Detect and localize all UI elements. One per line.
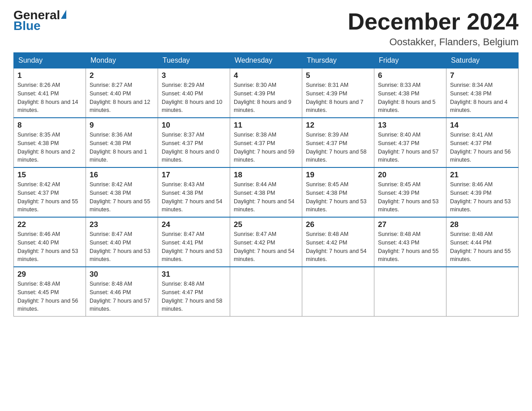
day-number: 14 (450, 121, 515, 130)
day-info: Sunrise: 8:30 AMSunset: 4:39 PMDaylight:… (234, 81, 298, 115)
day-number: 28 (450, 220, 515, 229)
day-number: 8 (17, 121, 82, 130)
calendar-cell: 15 Sunrise: 8:42 AMSunset: 4:37 PMDaylig… (14, 167, 86, 217)
day-info: Sunrise: 8:43 AMSunset: 4:38 PMDaylight:… (162, 180, 226, 214)
day-number: 15 (17, 171, 82, 180)
calendar-table: SundayMondayTuesdayWednesdayThursdayFrid… (13, 52, 519, 317)
day-info: Sunrise: 8:48 AMSunset: 4:46 PMDaylight:… (90, 280, 154, 313)
day-info: Sunrise: 8:42 AMSunset: 4:38 PMDaylight:… (90, 180, 154, 214)
page-title: December 2024 (348, 9, 519, 34)
day-info: Sunrise: 8:29 AMSunset: 4:40 PMDaylight:… (162, 81, 226, 115)
calendar-cell: 6 Sunrise: 8:33 AMSunset: 4:38 PMDayligh… (374, 68, 446, 118)
calendar-cell: 18 Sunrise: 8:44 AMSunset: 4:38 PMDaylig… (230, 167, 302, 217)
day-number: 7 (450, 71, 515, 80)
calendar-week-row: 15 Sunrise: 8:42 AMSunset: 4:37 PMDaylig… (14, 167, 519, 217)
day-info: Sunrise: 8:48 AMSunset: 4:42 PMDaylight:… (306, 230, 370, 264)
day-number: 3 (162, 71, 226, 80)
day-info: Sunrise: 8:48 AMSunset: 4:47 PMDaylight:… (162, 280, 226, 313)
day-info: Sunrise: 8:27 AMSunset: 4:40 PMDaylight:… (90, 81, 154, 115)
calendar-cell: 3 Sunrise: 8:29 AMSunset: 4:40 PMDayligh… (158, 68, 230, 118)
calendar-cell (302, 267, 374, 317)
calendar-cell: 27 Sunrise: 8:48 AMSunset: 4:43 PMDaylig… (374, 217, 446, 267)
calendar-cell (230, 267, 302, 317)
calendar-header-row: SundayMondayTuesdayWednesdayThursdayFrid… (14, 53, 519, 68)
calendar-cell: 7 Sunrise: 8:34 AMSunset: 4:38 PMDayligh… (446, 68, 519, 118)
logo-triangle-icon (61, 10, 66, 19)
day-number: 24 (162, 220, 226, 229)
day-info: Sunrise: 8:31 AMSunset: 4:39 PMDaylight:… (306, 81, 370, 115)
calendar-cell: 10 Sunrise: 8:37 AMSunset: 4:37 PMDaylig… (158, 118, 230, 167)
day-info: Sunrise: 8:48 AMSunset: 4:44 PMDaylight:… (450, 230, 515, 264)
calendar-cell: 17 Sunrise: 8:43 AMSunset: 4:38 PMDaylig… (158, 167, 230, 217)
calendar-cell: 16 Sunrise: 8:42 AMSunset: 4:38 PMDaylig… (86, 167, 158, 217)
day-info: Sunrise: 8:26 AMSunset: 4:41 PMDaylight:… (17, 81, 82, 115)
calendar-cell (374, 267, 446, 317)
day-number: 20 (378, 171, 442, 180)
calendar-week-row: 8 Sunrise: 8:35 AMSunset: 4:38 PMDayligh… (14, 118, 519, 167)
calendar-cell: 21 Sunrise: 8:46 AMSunset: 4:39 PMDaylig… (446, 167, 519, 217)
day-number: 6 (378, 71, 442, 80)
day-number: 21 (450, 171, 515, 180)
col-header-saturday: Saturday (446, 53, 519, 68)
calendar-cell: 8 Sunrise: 8:35 AMSunset: 4:38 PMDayligh… (14, 118, 86, 167)
day-info: Sunrise: 8:41 AMSunset: 4:37 PMDaylight:… (450, 131, 515, 164)
day-number: 22 (17, 220, 82, 229)
calendar-cell: 22 Sunrise: 8:46 AMSunset: 4:40 PMDaylig… (14, 217, 86, 267)
calendar-cell: 19 Sunrise: 8:45 AMSunset: 4:38 PMDaylig… (302, 167, 374, 217)
calendar-cell: 11 Sunrise: 8:38 AMSunset: 4:37 PMDaylig… (230, 118, 302, 167)
day-number: 1 (17, 71, 82, 80)
day-info: Sunrise: 8:38 AMSunset: 4:37 PMDaylight:… (234, 131, 298, 164)
day-info: Sunrise: 8:44 AMSunset: 4:38 PMDaylight:… (234, 180, 298, 214)
calendar-cell: 5 Sunrise: 8:31 AMSunset: 4:39 PMDayligh… (302, 68, 374, 118)
logo: General Blue (13, 9, 66, 32)
col-header-sunday: Sunday (14, 53, 86, 68)
day-number: 16 (90, 171, 154, 180)
calendar-cell: 25 Sunrise: 8:47 AMSunset: 4:42 PMDaylig… (230, 217, 302, 267)
day-info: Sunrise: 8:46 AMSunset: 4:39 PMDaylight:… (450, 180, 515, 214)
col-header-wednesday: Wednesday (230, 53, 302, 68)
day-number: 13 (378, 121, 442, 130)
calendar-cell: 20 Sunrise: 8:45 AMSunset: 4:39 PMDaylig… (374, 167, 446, 217)
day-number: 2 (90, 71, 154, 80)
day-info: Sunrise: 8:48 AMSunset: 4:45 PMDaylight:… (17, 280, 82, 313)
col-header-thursday: Thursday (302, 53, 374, 68)
calendar-week-row: 22 Sunrise: 8:46 AMSunset: 4:40 PMDaylig… (14, 217, 519, 267)
day-info: Sunrise: 8:48 AMSunset: 4:43 PMDaylight:… (378, 230, 442, 264)
calendar-cell: 31 Sunrise: 8:48 AMSunset: 4:47 PMDaylig… (158, 267, 230, 317)
calendar-cell: 9 Sunrise: 8:36 AMSunset: 4:38 PMDayligh… (86, 118, 158, 167)
day-number: 9 (90, 121, 154, 130)
day-number: 10 (162, 121, 226, 130)
calendar-cell (446, 267, 519, 317)
day-info: Sunrise: 8:45 AMSunset: 4:38 PMDaylight:… (306, 180, 370, 214)
day-info: Sunrise: 8:47 AMSunset: 4:42 PMDaylight:… (234, 230, 298, 264)
day-info: Sunrise: 8:37 AMSunset: 4:37 PMDaylight:… (162, 131, 226, 164)
day-info: Sunrise: 8:42 AMSunset: 4:37 PMDaylight:… (17, 180, 82, 214)
day-number: 26 (306, 220, 370, 229)
col-header-tuesday: Tuesday (158, 53, 230, 68)
page-subtitle: Oostakker, Flanders, Belgium (348, 36, 519, 48)
calendar-cell: 26 Sunrise: 8:48 AMSunset: 4:42 PMDaylig… (302, 217, 374, 267)
calendar-cell: 24 Sunrise: 8:47 AMSunset: 4:41 PMDaylig… (158, 217, 230, 267)
calendar-cell: 12 Sunrise: 8:39 AMSunset: 4:37 PMDaylig… (302, 118, 374, 167)
calendar-cell: 4 Sunrise: 8:30 AMSunset: 4:39 PMDayligh… (230, 68, 302, 118)
day-number: 31 (162, 270, 226, 279)
calendar-cell: 13 Sunrise: 8:40 AMSunset: 4:37 PMDaylig… (374, 118, 446, 167)
calendar-cell: 28 Sunrise: 8:48 AMSunset: 4:44 PMDaylig… (446, 217, 519, 267)
day-number: 30 (90, 270, 154, 279)
calendar-cell: 2 Sunrise: 8:27 AMSunset: 4:40 PMDayligh… (86, 68, 158, 118)
day-info: Sunrise: 8:40 AMSunset: 4:37 PMDaylight:… (378, 131, 442, 164)
col-header-monday: Monday (86, 53, 158, 68)
day-info: Sunrise: 8:33 AMSunset: 4:38 PMDaylight:… (378, 81, 442, 115)
calendar-week-row: 29 Sunrise: 8:48 AMSunset: 4:45 PMDaylig… (14, 267, 519, 317)
col-header-friday: Friday (374, 53, 446, 68)
day-number: 12 (306, 121, 370, 130)
calendar-cell: 1 Sunrise: 8:26 AMSunset: 4:41 PMDayligh… (14, 68, 86, 118)
day-info: Sunrise: 8:35 AMSunset: 4:38 PMDaylight:… (17, 131, 82, 164)
calendar-week-row: 1 Sunrise: 8:26 AMSunset: 4:41 PMDayligh… (14, 68, 519, 118)
day-number: 4 (234, 71, 298, 80)
logo-blue-text: Blue (13, 20, 41, 32)
day-number: 18 (234, 171, 298, 180)
day-number: 19 (306, 171, 370, 180)
calendar-cell: 23 Sunrise: 8:47 AMSunset: 4:40 PMDaylig… (86, 217, 158, 267)
day-info: Sunrise: 8:39 AMSunset: 4:37 PMDaylight:… (306, 131, 370, 164)
